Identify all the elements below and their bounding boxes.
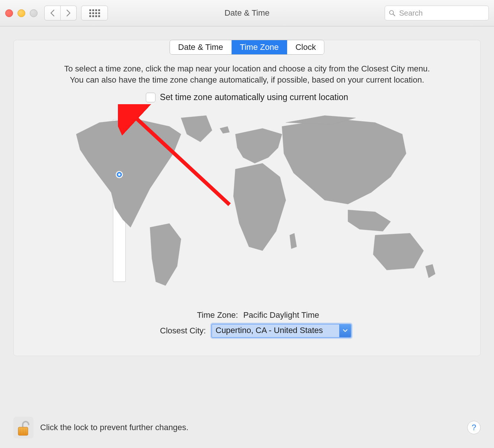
- instructions-text: To select a time zone, click the map nea…: [14, 63, 480, 86]
- lock-button[interactable]: [13, 417, 33, 438]
- window-toolbar: Date & Time: [0, 0, 494, 26]
- location-pin-icon: [116, 172, 122, 178]
- tab-bar: Date & Time Time Zone Clock: [170, 40, 324, 55]
- timezone-value: Pacific Daylight Time: [243, 310, 319, 320]
- chevron-down-icon: [343, 329, 347, 332]
- grid-icon: [89, 9, 100, 17]
- timezone-label: Time Zone:: [175, 310, 238, 320]
- instructions-line2: You can also have the time zone change a…: [29, 74, 465, 86]
- preferences-panel: Date & Time Time Zone Clock To select a …: [13, 40, 481, 356]
- closest-city-label: Closest City:: [143, 326, 206, 336]
- search-input[interactable]: [398, 9, 485, 18]
- show-all-button[interactable]: [81, 6, 108, 20]
- svg-point-3: [118, 173, 121, 176]
- minimize-window-button[interactable]: [17, 9, 25, 17]
- auto-timezone-checkbox[interactable]: [146, 93, 155, 102]
- tab-time-zone[interactable]: Time Zone: [232, 40, 287, 54]
- svg-line-1: [393, 14, 395, 16]
- tab-date-time[interactable]: Date & Time: [170, 40, 232, 54]
- closest-city-combobox[interactable]: Cupertino, CA - United States: [211, 324, 352, 338]
- search-field[interactable]: [385, 6, 489, 20]
- timezone-info: Time Zone: Pacific Daylight Time Closest…: [14, 310, 480, 338]
- chevron-right-icon: [66, 9, 71, 17]
- close-window-button[interactable]: [5, 9, 13, 17]
- nav-buttons: [44, 6, 77, 20]
- help-button[interactable]: ?: [467, 421, 481, 434]
- unlocked-padlock-icon: [16, 420, 31, 437]
- instructions-line1: To select a time zone, click the map nea…: [29, 63, 465, 74]
- closest-city-dropdown-button[interactable]: [339, 324, 351, 337]
- closest-city-value: Cupertino, CA - United States: [212, 324, 339, 337]
- auto-timezone-row: Set time zone automatically using curren…: [14, 92, 480, 102]
- lock-text: Click the lock to prevent further change…: [40, 423, 189, 432]
- lock-row: Click the lock to prevent further change…: [13, 417, 481, 438]
- back-button[interactable]: [44, 6, 61, 20]
- continents-icon: [76, 116, 435, 286]
- forward-button[interactable]: [61, 6, 77, 20]
- tab-clock[interactable]: Clock: [287, 40, 324, 54]
- window-controls: [5, 9, 38, 17]
- world-map[interactable]: [29, 111, 465, 289]
- question-mark-icon: ?: [472, 423, 476, 432]
- chevron-left-icon: [50, 9, 55, 17]
- auto-timezone-label: Set time zone automatically using curren…: [160, 92, 348, 102]
- search-icon: [389, 10, 395, 16]
- zoom-window-button[interactable]: [30, 9, 38, 17]
